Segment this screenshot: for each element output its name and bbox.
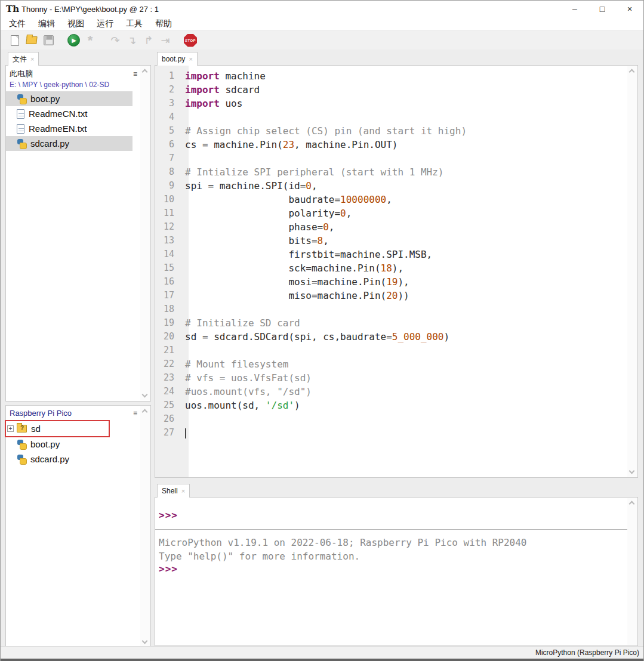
code-line[interactable]: 24#uos.mount(vfs, "/sd") (155, 385, 627, 399)
menu-edit[interactable]: 编辑 (35, 18, 58, 29)
step-out-icon: ↱ (144, 35, 153, 47)
code-line[interactable]: 11 polarity=0, (155, 206, 627, 220)
scroll-down-icon[interactable] (142, 638, 148, 644)
code-line[interactable]: 9spi = machine.SPI(id=0, (155, 179, 627, 193)
code-text: import sdcard (181, 83, 260, 97)
run-icon: ▶ (67, 34, 80, 47)
code-text (181, 426, 186, 440)
code-text: phase=0, (181, 220, 334, 234)
tab-shell[interactable]: Shell × (157, 484, 190, 498)
save-file-button (41, 33, 56, 48)
thonny-window: Th Thonny - E:\MPY\geek\boot.py @ 27 : 1… (0, 0, 644, 661)
code-line[interactable]: 4 (155, 110, 627, 124)
run-script-button[interactable]: ▶ (66, 33, 81, 48)
open-file-button[interactable] (24, 33, 39, 48)
device-menu-icon[interactable]: ≡ (133, 409, 137, 418)
maximize-button[interactable]: □ (588, 1, 616, 17)
code-line[interactable]: 16 mosi=machine.Pin(19), (155, 275, 627, 289)
shell-panel[interactable]: >>> MicroPython v1.19.1 on 2022-06-18; R… (155, 497, 638, 646)
shell-scrollbar[interactable] (627, 498, 637, 645)
code-line[interactable]: 26 (155, 412, 627, 426)
minimize-button[interactable]: – (561, 1, 588, 17)
menu-bar: 文件 编辑 视图 运行 工具 帮助 (1, 17, 643, 30)
expander-plus-icon[interactable]: + (7, 425, 14, 432)
file-row[interactable]: sdcard.py (6, 136, 133, 151)
code-text: # vfs = uos.VfsFat(sd) (181, 371, 312, 385)
code-text: sd = sdcard.SDCard(spi, cs,baudrate=5_00… (181, 330, 449, 344)
scroll-up-icon[interactable] (629, 501, 635, 507)
file-row[interactable]: +sd (6, 420, 133, 437)
files-menu-icon[interactable]: ≡ (133, 70, 137, 78)
tab-boot-py[interactable]: boot.py × (157, 52, 198, 66)
code-line[interactable]: 19# Initialize SD card (155, 316, 627, 330)
interpreter-status[interactable]: MicroPython (Raspberry Pi Pico) (535, 648, 639, 657)
file-row[interactable]: ReadmeEN.txt (6, 121, 133, 136)
code-line[interactable]: 8# Intialize SPI peripheral (start with … (155, 165, 627, 179)
window-controls: – □ × (561, 1, 643, 17)
code-text: # Initialize SD card (181, 316, 300, 330)
code-line[interactable]: 7 (155, 152, 627, 165)
code-line[interactable]: 23# vfs = uos.VfsFat(sd) (155, 371, 627, 385)
menu-view[interactable]: 视图 (64, 18, 88, 29)
code-line[interactable]: 3import uos (155, 97, 627, 110)
scroll-up-icon[interactable] (629, 69, 635, 75)
code-line[interactable]: 25uos.mount(sd, '/sd') (155, 399, 627, 412)
files-tab-close-icon[interactable]: × (30, 55, 34, 63)
new-file-button[interactable] (8, 33, 22, 48)
file-row[interactable]: boot.py (6, 437, 133, 452)
scroll-up-icon[interactable] (142, 409, 148, 415)
line-number: 12 (155, 220, 181, 234)
close-button[interactable]: × (616, 1, 643, 17)
line-number: 17 (155, 289, 181, 302)
files-scrollbar[interactable] (140, 66, 150, 400)
code-line[interactable]: 22# Mount filesystem (155, 357, 627, 371)
shell-separator (155, 529, 627, 530)
resume-icon: ⇥ (161, 35, 170, 47)
scroll-up-icon[interactable] (142, 69, 148, 75)
code-line[interactable]: 5# Assign chip select (CS) pin (and star… (155, 124, 627, 138)
code-line[interactable]: 1import machine (155, 69, 627, 83)
tab-files[interactable]: 文件 × (8, 52, 39, 66)
code-line[interactable]: 21 (155, 344, 627, 357)
file-row[interactable]: boot.py (6, 91, 133, 106)
code-line[interactable]: 6cs = machine.Pin(23, machine.Pin.OUT) (155, 138, 627, 152)
editor-tab-close-icon[interactable]: × (189, 55, 192, 63)
file-row[interactable]: sdcard.py (6, 452, 133, 467)
code-line[interactable]: 15 sck=machine.Pin(18), (155, 261, 627, 275)
code-line[interactable]: 14 firstbit=machine.SPI.MSB, (155, 248, 627, 261)
code-editor[interactable]: 1import machine2import sdcard3import uos… (155, 65, 638, 478)
shell-tab-close-icon[interactable]: × (181, 487, 185, 495)
line-number: 19 (155, 316, 181, 330)
file-name: boot.py (30, 94, 60, 104)
line-number: 9 (155, 179, 181, 193)
line-number: 25 (155, 399, 181, 412)
stop-restart-button[interactable]: STOP (183, 33, 198, 48)
code-line[interactable]: 27 (155, 426, 627, 440)
code-line[interactable]: 17 miso=machine.Pin(20)) (155, 289, 627, 302)
code-line[interactable]: 10 baudrate=10000000, (155, 193, 627, 206)
new-file-icon (11, 35, 19, 46)
code-line[interactable]: 13 bits=8, (155, 234, 627, 248)
code-line[interactable]: 12 phase=0, (155, 220, 627, 234)
scroll-down-icon[interactable] (142, 392, 148, 398)
python-file-icon (17, 440, 26, 449)
code-text (181, 412, 185, 426)
shell-tab-label: Shell (162, 487, 178, 495)
device-scrollbar[interactable] (140, 406, 150, 647)
menu-file[interactable]: 文件 (5, 18, 29, 29)
scroll-down-icon[interactable] (629, 468, 635, 474)
editor-scrollbar[interactable] (627, 66, 637, 477)
menu-run[interactable]: 运行 (93, 18, 117, 29)
code-line[interactable]: 18 (155, 302, 627, 316)
files-path-breadcrumb[interactable]: E: \ MPY \ geek-python \ 02-SD (6, 80, 150, 91)
code-text: mosi=machine.Pin(19), (181, 275, 409, 289)
code-text (181, 302, 185, 316)
code-line[interactable]: 2import sdcard (155, 83, 627, 97)
menu-tools[interactable]: 工具 (122, 18, 146, 29)
code-line[interactable]: 20sd = sdcard.SDCard(spi, cs,baudrate=5_… (155, 330, 627, 344)
menu-help[interactable]: 帮助 (152, 18, 175, 29)
step-into-icon: ↴ (127, 35, 136, 47)
file-name: ReadmeEN.txt (29, 123, 87, 134)
file-name: ReadmeCN.txt (29, 109, 87, 119)
file-row[interactable]: ReadmeCN.txt (6, 106, 133, 121)
